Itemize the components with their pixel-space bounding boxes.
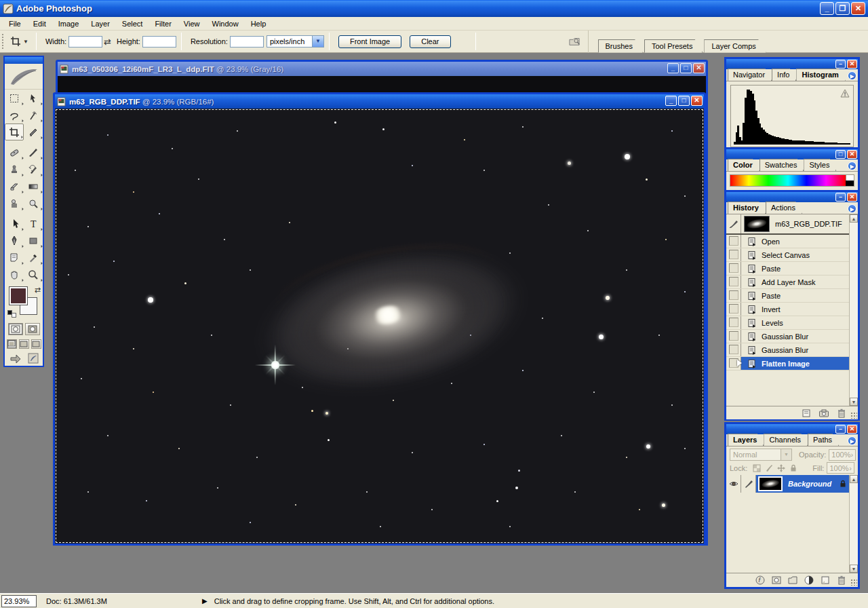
tab-swatches[interactable]: Swatches <box>760 159 804 171</box>
type-tool-button[interactable]: T <box>24 215 43 232</box>
window-close-button[interactable]: ✕ <box>851 2 865 15</box>
move-tool-button[interactable] <box>24 90 43 107</box>
swap-colors-icon[interactable]: ⇄ <box>35 286 41 294</box>
front-image-button[interactable]: Front Image <box>338 35 401 48</box>
fullscreen-menubar-mode-button[interactable] <box>19 339 29 349</box>
history-state-invert[interactable]: Invert <box>726 303 858 316</box>
history-brush-well[interactable] <box>726 276 741 288</box>
new-group-folder-icon[interactable] <box>787 575 798 586</box>
palette-maximize-button[interactable]: □ <box>835 150 846 159</box>
opacity-value-box[interactable]: 100%› <box>829 449 856 461</box>
new-layer-icon[interactable] <box>820 575 831 586</box>
resolution-unit-select[interactable]: pixels/inch ▼ <box>267 35 324 48</box>
layer-visibility-cell[interactable] <box>726 475 741 493</box>
history-brush-source-well[interactable] <box>726 214 741 233</box>
well-tab-tool-presets[interactable]: Tool Presets <box>644 39 703 53</box>
toolbox-drag-bar[interactable] <box>5 57 43 64</box>
gradient-tool-button[interactable] <box>24 178 43 195</box>
menu-layer[interactable]: Layer <box>85 18 116 29</box>
palette-close-button[interactable]: ✕ <box>847 150 857 159</box>
doc-maximize-button[interactable]: □ <box>678 96 690 106</box>
swap-dimensions-icon[interactable]: ⇄ <box>104 37 111 47</box>
well-tab-brushes[interactable]: Brushes <box>598 39 643 53</box>
menu-edit[interactable]: Edit <box>27 18 52 29</box>
eyedropper-tool-button[interactable] <box>24 249 43 266</box>
tab-actions[interactable]: Actions <box>766 202 802 214</box>
history-state-levels[interactable]: Levels <box>726 316 858 330</box>
image-canvas[interactable] <box>55 109 704 544</box>
palette-title-bar[interactable]: □ ✕ <box>726 149 858 159</box>
lock-position-icon[interactable] <box>777 464 785 472</box>
scroll-down-icon[interactable]: ▼ <box>850 398 858 406</box>
dodge-tool-button[interactable] <box>24 195 43 212</box>
default-colors-icon[interactable] <box>7 310 16 318</box>
history-state-open[interactable]: Open <box>726 235 858 248</box>
window-minimize-button[interactable]: _ <box>820 2 834 15</box>
menu-window[interactable]: Window <box>206 18 245 29</box>
well-tab-layer-comps[interactable]: Layer Comps <box>704 39 766 53</box>
document-window-rgb[interactable]: m63_RGB_DDP.TIF @ 23.9% (RGB/16#) _ □ ✕ <box>53 92 706 546</box>
color-spectrum-ramp[interactable] <box>730 174 854 187</box>
history-brush-well[interactable] <box>726 248 741 261</box>
tab-navigator[interactable]: Navigator <box>728 69 772 81</box>
layers-scrollbar[interactable]: ▼ <box>849 493 858 573</box>
notes-tool-button[interactable] <box>5 249 24 266</box>
document-title-bar-active[interactable]: m63_RGB_DDP.TIF @ 23.9% (RGB/16#) _ □ ✕ <box>55 94 704 109</box>
history-state-gaussian-blur[interactable]: Gaussian Blur <box>726 330 858 343</box>
scroll-up-icon[interactable]: ▲ <box>850 214 858 223</box>
jump-to-imageready-icon[interactable] <box>9 353 26 364</box>
tab-paths[interactable]: Paths <box>808 434 839 446</box>
palette-minimize-button[interactable]: – <box>835 60 846 69</box>
layer-style-icon[interactable]: f <box>755 575 766 586</box>
crop-tool-button[interactable] <box>5 124 24 140</box>
history-snapshot-row[interactable]: m63_RGB_DDP.TIF ▲ <box>726 214 858 235</box>
menu-image[interactable]: Image <box>52 18 85 29</box>
history-state-pointer[interactable] <box>737 360 742 366</box>
history-state-select-canvas[interactable]: Select Canvas <box>726 248 858 262</box>
palette-resize-grip[interactable] <box>850 579 857 586</box>
scrollbar[interactable]: ▲ <box>849 214 858 235</box>
window-restore-button[interactable]: ❐ <box>835 2 850 15</box>
history-state-add-layer-mask[interactable]: Add Layer Mask <box>726 276 858 289</box>
fullscreen-mode-button[interactable] <box>31 339 41 349</box>
file-browser-toggle-icon[interactable] <box>569 36 580 47</box>
tab-info[interactable]: Info <box>772 69 796 81</box>
new-document-from-state-icon[interactable] <box>801 408 812 419</box>
palette-title-bar[interactable]: – ✕ <box>726 424 858 434</box>
slice-tool-button[interactable] <box>24 124 43 140</box>
history-state-flatten-image[interactable]: Flatten Image <box>726 357 858 370</box>
tab-history[interactable]: History <box>728 202 766 214</box>
history-brush-well[interactable] <box>726 316 741 329</box>
history-brush-well[interactable] <box>726 262 741 275</box>
history-brush-well[interactable] <box>726 303 741 316</box>
document-title-bar[interactable]: m63_050306_12i60mF_LR3_L_ddp.FIT @ 23.9%… <box>58 62 706 76</box>
menu-filter[interactable]: Filter <box>149 18 177 29</box>
tab-layers[interactable]: Layers <box>728 434 764 446</box>
history-brush-well[interactable] <box>726 235 741 248</box>
palette-menu-button[interactable]: ▶ <box>848 71 856 80</box>
path-selection-tool-button[interactable] <box>5 215 24 232</box>
history-brush-well[interactable] <box>726 289 741 302</box>
history-state-paste[interactable]: Paste <box>726 289 858 303</box>
tab-color[interactable]: Color <box>728 159 760 171</box>
menu-help[interactable]: Help <box>245 18 273 29</box>
foreground-color-swatch[interactable] <box>9 287 27 305</box>
doc-minimize-button[interactable]: _ <box>665 96 677 106</box>
menu-view[interactable]: View <box>178 18 206 29</box>
menu-select[interactable]: Select <box>116 18 149 29</box>
scrollbar[interactable]: ▲ <box>849 475 858 493</box>
eraser-tool-button[interactable] <box>5 178 24 195</box>
scroll-down-icon[interactable]: ▼ <box>850 565 858 573</box>
lock-pixels-icon[interactable] <box>765 464 773 472</box>
standard-mode-button[interactable] <box>8 323 23 335</box>
palette-close-button[interactable]: ✕ <box>847 193 857 202</box>
options-bar-grip[interactable] <box>1 33 5 50</box>
delete-layer-trash-icon[interactable] <box>836 575 847 586</box>
histogram-cache-warning-icon[interactable] <box>840 89 850 98</box>
scroll-up-icon[interactable]: ▲ <box>850 475 858 483</box>
tab-histogram[interactable]: Histogram <box>796 69 845 81</box>
palette-menu-button[interactable]: ▶ <box>848 436 856 445</box>
quick-mask-mode-button[interactable] <box>25 323 40 335</box>
lasso-tool-button[interactable] <box>5 107 24 124</box>
blend-mode-select[interactable]: Normal ▼ <box>730 449 792 461</box>
